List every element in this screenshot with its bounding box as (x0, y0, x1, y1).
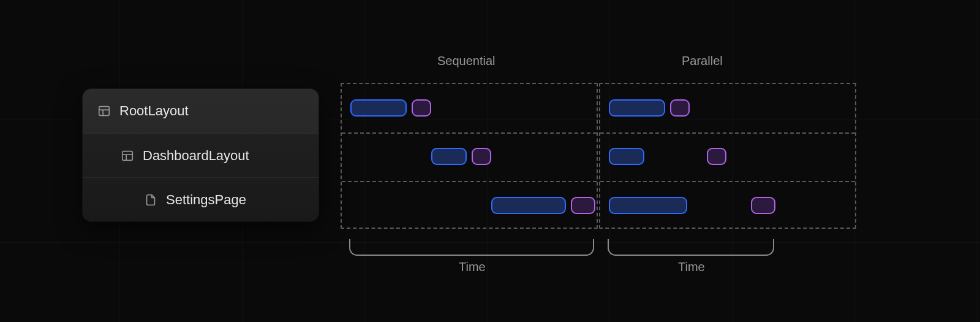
grid-divider (342, 181, 597, 182)
seq-fetch-bar-dashboard (431, 148, 467, 165)
par-render-bar-dashboard (707, 148, 726, 165)
layout-icon (97, 104, 111, 118)
tree-row-dashboard: DashboardLayout (83, 133, 318, 177)
time-label-sequential: Time (459, 260, 486, 274)
grid-divider (600, 132, 855, 134)
seq-fetch-bar-root (350, 99, 407, 117)
tree-row-label: DashboardLayout (143, 148, 249, 164)
seq-render-bar-root (412, 99, 431, 117)
seq-render-bar-settings (571, 197, 595, 214)
heading-sequential: Sequential (437, 54, 496, 68)
par-fetch-bar-root (609, 99, 665, 117)
heading-parallel: Parallel (682, 54, 723, 68)
time-label-parallel: Time (678, 260, 705, 274)
grid-divider (600, 181, 855, 182)
layout-icon (121, 149, 134, 163)
tree-row-label: RootLayout (119, 103, 189, 119)
parallel-grid (599, 83, 856, 229)
grid-divider (342, 132, 597, 134)
seq-fetch-bar-settings (491, 197, 566, 214)
tree-row-root: RootLayout (83, 89, 318, 133)
par-fetch-bar-settings (609, 197, 687, 214)
time-bracket-parallel (608, 239, 774, 256)
par-render-bar-settings (751, 197, 775, 214)
tree-row-settings: SettingsPage (83, 177, 318, 221)
svg-rect-3 (123, 151, 133, 160)
page-icon (144, 193, 157, 207)
svg-rect-0 (99, 107, 110, 116)
time-bracket-sequential (349, 239, 594, 256)
par-fetch-bar-dashboard (609, 148, 644, 165)
route-tree-card: RootLayout DashboardLayout SettingsPage (83, 89, 318, 221)
tree-row-label: SettingsPage (166, 192, 246, 208)
seq-render-bar-dashboard (472, 148, 491, 165)
par-render-bar-root (670, 99, 690, 117)
sequential-grid (341, 83, 598, 229)
